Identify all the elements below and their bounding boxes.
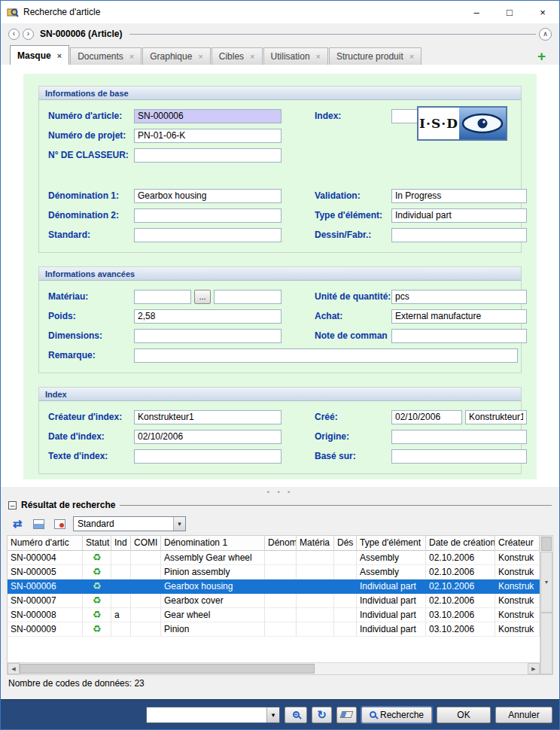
collapse-results-icon[interactable]: – bbox=[8, 501, 17, 509]
column-header[interactable]: Matéria bbox=[297, 536, 334, 550]
refresh-icon: ↻ bbox=[317, 709, 327, 720]
tab-close-icon[interactable]: × bbox=[250, 52, 254, 61]
close-icon[interactable]: × bbox=[526, 1, 559, 23]
table-row[interactable]: SN-000006♻Gearbox housingIndividual part… bbox=[8, 579, 540, 594]
tab-utilisation[interactable]: Utilisation × bbox=[263, 47, 328, 65]
horizontal-scrollbar[interactable]: ◀ ▶ bbox=[8, 662, 540, 674]
section-title: Informations de base bbox=[39, 87, 521, 100]
column-header[interactable]: Statut bbox=[83, 536, 111, 550]
new-search-button[interactable]: + bbox=[285, 707, 307, 723]
material-input[interactable] bbox=[134, 290, 191, 304]
cell bbox=[297, 594, 334, 608]
standard-input[interactable] bbox=[134, 228, 282, 242]
vertical-scrollbar[interactable]: ▼ bbox=[540, 536, 552, 674]
weight-label: Poids: bbox=[48, 311, 134, 321]
dimensions-label: Dimensions: bbox=[48, 330, 134, 341]
created-by-input[interactable] bbox=[465, 410, 527, 424]
maximize-icon[interactable]: □ bbox=[493, 1, 526, 23]
table-row[interactable]: SN-000009♻PinionIndividual part03.10.200… bbox=[8, 622, 540, 637]
prev-record-button[interactable]: ‹ bbox=[8, 29, 20, 40]
splitter-handle[interactable]: • • • bbox=[1, 487, 559, 497]
refresh-button[interactable]: ↻ bbox=[312, 707, 332, 723]
dropdown-icon[interactable]: ▾ bbox=[266, 707, 279, 722]
tab-label: Graphique bbox=[150, 51, 192, 62]
cell bbox=[131, 579, 161, 594]
column-header[interactable]: Type d'élément bbox=[357, 536, 426, 550]
remark-label: Remarque: bbox=[48, 350, 134, 360]
tab-close-icon[interactable]: × bbox=[57, 51, 62, 60]
tab-close-icon[interactable]: × bbox=[129, 52, 134, 61]
binder-input[interactable] bbox=[134, 148, 282, 163]
project-number-input[interactable] bbox=[134, 129, 282, 143]
dimensions-input[interactable] bbox=[134, 329, 282, 343]
table-row[interactable]: SN-000007♻Gearbox coverIndividual part02… bbox=[8, 594, 540, 608]
index-creator-label: Créateur d'index: bbox=[48, 412, 134, 422]
column-header[interactable]: Créateur bbox=[495, 536, 540, 550]
report-icon[interactable] bbox=[52, 517, 67, 531]
cell: 02.10.2006 bbox=[426, 565, 495, 579]
tab-cibles[interactable]: Cibles × bbox=[212, 47, 263, 65]
tab-graphique[interactable]: Graphique × bbox=[142, 47, 210, 65]
validation-input[interactable] bbox=[391, 189, 527, 203]
drawing-fabr-input[interactable] bbox=[391, 228, 527, 242]
tab-bar: Masque × Documents × Graphique × Cibles … bbox=[1, 44, 559, 65]
hscroll-thumb[interactable] bbox=[20, 664, 315, 674]
scroll-right-icon[interactable]: ▶ bbox=[528, 663, 540, 674]
table-row[interactable]: SN-000004♻Assembly Gear wheelAssembly02.… bbox=[8, 551, 540, 565]
saved-search-select[interactable]: ▾ bbox=[146, 707, 280, 723]
index-text-input[interactable] bbox=[134, 449, 282, 464]
purchase-input[interactable] bbox=[391, 309, 527, 324]
origin-input[interactable] bbox=[391, 430, 527, 444]
column-header[interactable]: Date de création bbox=[426, 536, 495, 550]
add-tab-icon[interactable]: + bbox=[531, 49, 552, 65]
created-date-input[interactable] bbox=[391, 410, 462, 424]
quantity-unit-input[interactable] bbox=[391, 290, 527, 304]
dropdown-icon[interactable]: ▾ bbox=[173, 517, 185, 531]
scroll-left-icon[interactable]: ◀ bbox=[8, 663, 20, 674]
cancel-button[interactable]: Annuler bbox=[495, 707, 552, 723]
column-header[interactable]: Numéro d'artic bbox=[8, 536, 83, 550]
element-type-input[interactable] bbox=[391, 208, 527, 223]
tab-close-icon[interactable]: × bbox=[198, 52, 202, 61]
denomination2-input[interactable] bbox=[134, 208, 282, 223]
window-title: Recherche d'article bbox=[23, 7, 100, 17]
index-date-input[interactable] bbox=[134, 430, 282, 444]
column-header[interactable]: Dés bbox=[334, 536, 357, 550]
refresh-results-icon[interactable]: ⇄ bbox=[10, 517, 25, 531]
remark-input[interactable] bbox=[134, 348, 518, 363]
export-icon[interactable] bbox=[31, 517, 46, 531]
result-profile-select[interactable]: Standard ▾ bbox=[73, 516, 186, 531]
title-bar[interactable]: Recherche d'article – □ × bbox=[1, 1, 559, 23]
tab-masque[interactable]: Masque × bbox=[10, 45, 69, 65]
denomination1-input[interactable] bbox=[134, 189, 282, 203]
column-header[interactable]: Dénom bbox=[265, 536, 297, 550]
cell: 02.10.2006 bbox=[426, 551, 495, 565]
based-on-input[interactable] bbox=[391, 449, 527, 464]
table-row[interactable]: SN-000008♻aGear wheelIndividual part03.1… bbox=[8, 608, 540, 622]
article-number-input[interactable] bbox=[134, 109, 282, 123]
material-browse-button[interactable]: ... bbox=[194, 290, 211, 304]
ok-button[interactable]: OK bbox=[437, 707, 491, 723]
index-creator-input[interactable] bbox=[134, 410, 282, 424]
tab-structure-produit[interactable]: Structure produit × bbox=[329, 47, 422, 65]
profile-value: Standard bbox=[74, 519, 173, 529]
column-header[interactable]: Ind bbox=[111, 536, 131, 550]
vscroll-thumb[interactable] bbox=[541, 537, 552, 551]
search-button[interactable]: Recherche bbox=[361, 707, 432, 723]
column-header[interactable]: Dénomination 1 bbox=[161, 536, 265, 550]
clear-button[interactable] bbox=[336, 707, 357, 723]
column-header[interactable]: COMI bbox=[131, 536, 161, 550]
minimize-icon[interactable]: – bbox=[460, 1, 493, 23]
collapse-form-button[interactable]: ∧ bbox=[539, 28, 552, 41]
next-record-button[interactable]: › bbox=[23, 29, 34, 40]
scroll-down-icon[interactable]: ▼ bbox=[540, 552, 552, 613]
material-description-input[interactable] bbox=[214, 290, 282, 304]
tab-close-icon[interactable]: × bbox=[316, 52, 321, 61]
tab-documents[interactable]: Documents × bbox=[70, 47, 142, 65]
tab-close-icon[interactable]: × bbox=[409, 52, 414, 61]
weight-input[interactable] bbox=[134, 309, 282, 324]
table-row[interactable]: SN-000005♻Pinion assemblyAssembly02.10.2… bbox=[8, 565, 540, 579]
cell: Gearbox housing bbox=[161, 579, 265, 594]
status-bar: Nombre de codes de données: 23 bbox=[1, 675, 559, 692]
order-note-input[interactable] bbox=[391, 329, 527, 343]
